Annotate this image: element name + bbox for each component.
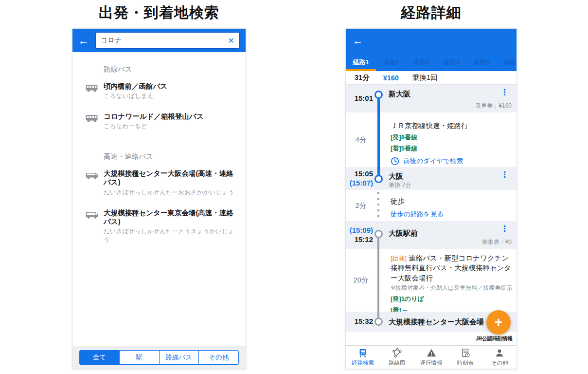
result-text: コロナワールド／箱根登山バス ころなわーるど — [104, 112, 204, 131]
back-arrow-icon[interactable]: ← — [353, 36, 363, 46]
city-bus-icon — [85, 113, 99, 123]
time-arrive: 15:05 — [355, 169, 373, 179]
result-text: 大規模接種センター大阪会場(高速・連絡バス) だいきぼせっしゅせんたーおおさかか… — [104, 169, 239, 196]
train-icon — [357, 348, 368, 358]
nav-timetable[interactable]: 時刻表 — [448, 346, 482, 369]
result-vaccination-center-osaka[interactable]: 大規模接種センター大阪会場(高速・連絡バス) だいきぼせっしゅせんたーおおさかか… — [85, 169, 239, 196]
back-arrow-icon[interactable]: ← — [78, 36, 89, 46]
nav-label: 時刻表 — [457, 359, 474, 367]
left-screen-title: 出発・到着地検索 — [72, 3, 246, 23]
first-departure-badge: [始発] — [391, 255, 407, 262]
walk-label: 徒歩 — [391, 196, 513, 206]
timetable-search-label: 前後のダイヤで検索 — [403, 157, 463, 166]
route-summary: 31分 ¥160 乗換1回 — [346, 71, 517, 85]
result-name: 大規模接種センター東京会場(高速・連絡バス) — [104, 208, 239, 226]
station-time: (15:09) 15:12 — [346, 221, 374, 249]
station-row-osaka-ekimae: (15:09) 15:12 大阪駅前 乗車券：¥0 ⋮ — [346, 221, 517, 249]
time-arrive: 15:32 — [355, 317, 373, 326]
timeline-line — [377, 249, 379, 312]
station-dot — [374, 175, 383, 183]
filter-tab-all[interactable]: 全て — [79, 350, 120, 365]
bottom-navigation: 経路検索 路線図 運行情報 — [346, 345, 517, 369]
time-depart: 15:01 — [355, 94, 373, 103]
result-vaccination-center-tokyo[interactable]: 大規模接種センター東京会場(高速・連絡バス) だいきぼせっしゅせんたーとうきょう… — [85, 208, 239, 244]
arrival-platform: [着]5番線 — [391, 144, 513, 153]
walk-route-link[interactable]: 徒歩の経路を見る — [391, 210, 513, 219]
search-results: 路線バス 頃内橋前／函館バス ころないばしまえ — [72, 52, 246, 244]
station-dot — [374, 230, 383, 238]
station-name: 大阪駅前 — [389, 229, 418, 238]
station-row-shin-osaka: 15:01 新大阪 乗車券：¥160 ⋮ — [346, 85, 517, 112]
result-text: 大規模接種センター東京会場(高速・連絡バス) だいきぼせっしゅせんたーとうきょう… — [104, 208, 239, 244]
summary-duration: 31分 — [355, 73, 370, 82]
result-reading: だいきぼせっしゅせんたーとうきょうかいじょう — [104, 227, 239, 244]
right-screen-title: 経路詳細 — [345, 3, 517, 23]
filter-segmented-control: 全て 駅 路線バス その他 — [79, 350, 239, 365]
segment-duration: 20分 — [346, 249, 376, 312]
tab-route-2[interactable]: 経路2 — [376, 55, 406, 71]
tab-route-3[interactable]: 経路3 — [406, 55, 436, 71]
time-depart: (15:07) — [350, 179, 373, 188]
jr-credit-label: JR公認時刻情報 — [476, 336, 513, 341]
station-fare: 乗車券：¥160 — [475, 102, 512, 110]
station-menu-icon[interactable]: ⋮ — [500, 224, 509, 233]
segment-content: ＪＲ京都線快速・姫路行 [発]8番線 [着]5番線 前後のダイヤで検索 — [391, 112, 513, 166]
timetable-icon — [460, 348, 471, 358]
nav-label: その他 — [491, 359, 508, 367]
filter-tab-local-bus[interactable]: 路線バス — [159, 350, 199, 365]
result-corona-world[interactable]: コロナワールド／箱根登山バス ころなわーるど — [85, 112, 239, 131]
search-header: ← ✕ — [72, 29, 246, 52]
result-name: 頃内橋前／函館バス — [104, 82, 167, 91]
time-arrive: (15:09) — [350, 226, 373, 235]
bus-fare-note: ※接種対象者・介助人は乗車無料／接種券提示 — [391, 284, 513, 292]
nav-route-map[interactable]: 路線図 — [380, 346, 414, 369]
clock-icon — [391, 157, 399, 166]
station-menu-icon[interactable]: ⋮ — [500, 170, 509, 179]
result-reading: だいきぼせっしゅせんたーおおさかかいじょう — [104, 188, 239, 197]
alert-icon — [426, 348, 437, 358]
filter-tab-other[interactable]: その他 — [198, 350, 239, 365]
search-input[interactable] — [101, 37, 228, 44]
departure-platform: [発]1のりば — [391, 295, 513, 303]
segment-duration: 4分 — [346, 112, 376, 167]
tab-route-1[interactable]: 経路1 — [346, 55, 376, 71]
route-header: ← 経路1 経路2 経路3 経路4 経路5 経路6 — [346, 29, 517, 71]
nav-service-info[interactable]: 運行情報 — [414, 346, 448, 369]
station-menu-icon[interactable]: ⋮ — [500, 88, 509, 96]
screenshot-canvas: 出発・到着地検索 経路詳細 ← ✕ 路線バス 頃内橋前／函館バス — [0, 0, 588, 374]
plus-icon: + — [495, 315, 502, 330]
timetable-search-link[interactable]: 前後のダイヤで検索 — [391, 157, 513, 166]
route-detail-screen: ← 経路1 経路2 経路3 経路4 経路5 経路6 31分 ¥160 乗換1回 … — [345, 28, 517, 369]
tab-route-6[interactable]: 経路6 — [497, 55, 517, 71]
nav-route-search[interactable]: 経路検索 — [346, 346, 380, 369]
departure-platform: [発]8番線 — [391, 133, 513, 142]
credit-row: JR公認時刻情報 — [346, 332, 517, 343]
city-bus-icon — [85, 83, 99, 93]
filter-tab-station[interactable]: 駅 — [119, 350, 160, 365]
clear-search-icon[interactable]: ✕ — [228, 36, 234, 45]
station-time: 15:01 — [346, 85, 374, 112]
station-row-osaka: 15:05 (15:07) 大阪 乗換:7分 ⋮ — [346, 167, 517, 190]
result-konaibashimae[interactable]: 頃内橋前／函館バス ころないばしまえ — [85, 82, 239, 100]
timeline-dotted-line — [377, 192, 379, 219]
result-name: コロナワールド／箱根登山バス — [104, 112, 204, 121]
summary-transfers: 乗換1回 — [412, 73, 438, 82]
tab-route-4[interactable]: 経路4 — [436, 55, 466, 71]
tab-route-5[interactable]: 経路5 — [466, 55, 497, 71]
nav-label: 経路検索 — [352, 359, 374, 367]
route-tabs: 経路1 経路2 経路3 経路4 経路5 経路6 — [346, 55, 517, 71]
station-dot — [374, 91, 383, 99]
result-text: 頃内橋前／函館バス ころないばしまえ — [104, 82, 167, 100]
segment-shuttle-bus: 20分 [始発]連絡バス・新型コロナワクチン接種無料直行バス・大規模接種センター… — [346, 249, 517, 312]
summary-fare: ¥160 — [383, 74, 399, 82]
result-name: 大規模接種センター大阪会場(高速・連絡バス) — [104, 169, 239, 187]
segment-content: 徒歩 徒歩の経路を見る — [391, 190, 513, 219]
segment-duration: 2分 — [346, 190, 376, 221]
nav-other[interactable]: その他 — [482, 346, 517, 369]
segment-jr-kyoto-line: 4分 ＪＲ京都線快速・姫路行 [発]8番線 [着]5番線 前後のダイヤで検索 — [346, 112, 517, 167]
add-fab-button[interactable]: + — [486, 310, 511, 335]
section-header-highway-bus: 高速・連絡バス — [104, 152, 239, 161]
station-time: 15:05 (15:07) — [346, 167, 374, 190]
section-header-local-bus: 路線バス — [104, 65, 239, 74]
route-map-icon — [392, 348, 402, 358]
